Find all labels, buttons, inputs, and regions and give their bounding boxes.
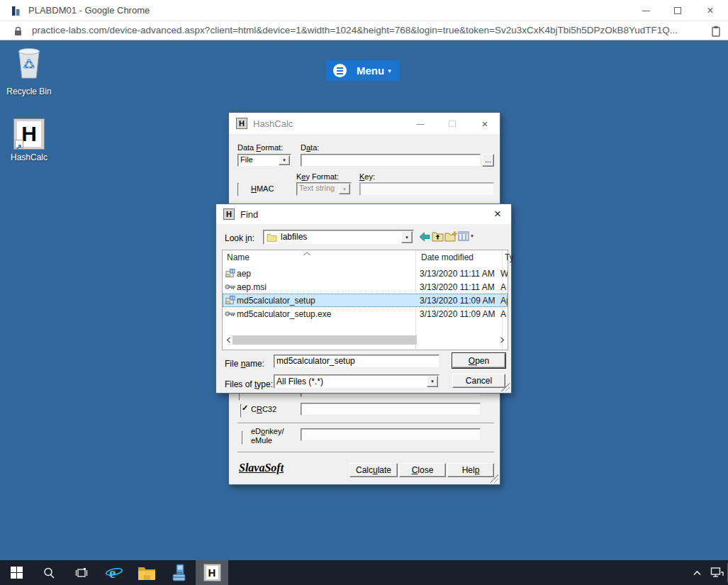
find-dialog: H Find × Look in: labfiles ▼	[215, 204, 512, 394]
resize-grip[interactable]	[490, 474, 498, 483]
close-button[interactable]: Close	[399, 463, 446, 477]
hmac-checkbox[interactable]: ✓	[237, 183, 239, 196]
file-type: A	[500, 282, 508, 292]
key-input[interactable]	[359, 182, 494, 196]
hashcalc-shortcut-label: HashCalc	[6, 152, 52, 162]
horizontal-scrollbar[interactable]	[224, 335, 506, 345]
system-tray	[693, 560, 724, 585]
application-file-icon	[223, 282, 237, 292]
find-window-title: Find	[240, 209, 258, 220]
svg-text:e: e	[109, 564, 116, 581]
browser-close-button[interactable]: ×	[698, 0, 722, 21]
clipboard-icon[interactable]	[711, 26, 721, 37]
start-button[interactable]	[0, 560, 33, 585]
dropdown-arrow-icon[interactable]: ▼	[427, 376, 438, 387]
show-hidden-icons-chevron[interactable]	[693, 569, 702, 576]
application-file-icon	[223, 308, 237, 319]
file-list: Name Date modified Ty aep 3/13/2020 11:1…	[222, 250, 508, 350]
remote-desktop: Recycle Bin H HashCalc Menu ▾ H HashCalc…	[0, 40, 728, 560]
browser-url-bar[interactable]: practice-labs.com/device-advanced.aspx?c…	[0, 21, 728, 40]
data-input[interactable]	[301, 154, 481, 167]
column-header-date[interactable]: Date modified	[421, 250, 474, 265]
minimize-icon: —	[417, 119, 425, 128]
find-titlebar[interactable]: H Find ×	[216, 204, 511, 224]
hashcalc-minimize-button[interactable]: —	[410, 113, 431, 134]
column-header-name[interactable]: Name	[227, 250, 250, 265]
column-header-type[interactable]: Ty	[505, 250, 514, 265]
recycle-bin-desktop-icon[interactable]: Recycle Bin	[6, 45, 52, 96]
up-one-level-icon[interactable]	[432, 230, 444, 242]
file-explorer-button[interactable]	[130, 560, 163, 585]
view-menu-caret-icon[interactable]: ▼	[470, 234, 474, 238]
scroll-left-icon[interactable]	[224, 335, 233, 345]
file-name-input[interactable]: md5calculator_setup	[274, 355, 439, 368]
internet-explorer-icon: e	[105, 564, 123, 582]
file-explorer-icon	[138, 565, 156, 581]
back-arrow-icon[interactable]	[419, 232, 430, 242]
file-date: 3/13/2020 11:09 AM	[414, 296, 500, 306]
files-of-type-select[interactable]: All Files (*.*) ▼	[274, 374, 439, 389]
browser-maximize-button[interactable]	[666, 0, 690, 21]
installer-file-icon	[223, 295, 237, 306]
view-menu-icon[interactable]	[458, 231, 469, 241]
file-type: W	[500, 269, 508, 279]
crc32-checkbox[interactable]: ✓	[240, 404, 242, 418]
data-format-select[interactable]: File ▼	[237, 154, 291, 167]
check-icon: ✓	[242, 403, 248, 413]
sort-ascending-icon	[302, 251, 312, 257]
find-window-icon: H	[223, 208, 235, 220]
calculate-button[interactable]: Calculate	[349, 463, 398, 477]
resize-grip[interactable]	[501, 383, 510, 391]
dropdown-arrow-icon: ▼	[339, 184, 350, 194]
cancel-button[interactable]: Cancel	[452, 374, 505, 388]
data-label: Data:	[301, 143, 319, 152]
file-row-selected[interactable]: md5calculator_setup 3/13/2020 11:09 AM A…	[223, 294, 508, 307]
search-icon	[43, 567, 55, 579]
hamburger-icon	[333, 64, 347, 77]
taskbar-hashcalc-button[interactable]: H	[196, 560, 228, 585]
search-button[interactable]	[33, 560, 65, 585]
task-view-button[interactable]	[65, 560, 98, 585]
internet-explorer-button[interactable]: e	[98, 560, 130, 585]
crc32-output[interactable]	[301, 403, 481, 416]
hashcalc-titlebar[interactable]: H HashCalc — ×	[229, 113, 500, 134]
shortcut-arrow-icon	[15, 140, 23, 148]
scrollbar-thumb[interactable]	[233, 335, 417, 345]
file-name-label: File name:	[225, 359, 264, 369]
look-in-select[interactable]: labfiles ▼	[263, 230, 414, 245]
file-row[interactable]: aep 3/13/2020 11:11 AM W	[223, 267, 508, 280]
hashcalc-close-button[interactable]: ×	[474, 113, 495, 134]
maximize-icon	[674, 7, 681, 14]
crc32-label: CRC32	[251, 405, 276, 413]
new-folder-icon[interactable]	[444, 230, 458, 242]
data-format-label: Data Format:	[237, 143, 283, 152]
hmac-label: HMAC	[251, 184, 274, 193]
pc-tools-button[interactable]	[163, 560, 196, 585]
file-type: Ap	[500, 296, 508, 306]
dropdown-arrow-icon[interactable]: ▼	[279, 155, 290, 165]
hashcalc-desktop-icon[interactable]: H HashCalc	[6, 118, 52, 162]
hashcalc-taskbar-icon: H	[203, 564, 221, 581]
browser-titlebar: PLABDM01 - Google Chrome ×	[0, 0, 728, 21]
browse-button[interactable]: ...	[482, 154, 494, 167]
hashcalc-maximize-button[interactable]	[442, 113, 463, 134]
key-label: Key:	[359, 172, 375, 181]
file-name: aep.msi	[237, 282, 414, 292]
slavasoft-logo: SlavaSoft	[239, 462, 284, 474]
edonkey-output[interactable]	[301, 428, 481, 441]
help-button[interactable]: Help	[447, 463, 494, 477]
separator	[237, 423, 494, 424]
edonkey-checkbox[interactable]: ✓	[242, 431, 243, 445]
key-format-select[interactable]: Text string ▼	[296, 182, 352, 196]
network-icon[interactable]	[710, 567, 724, 579]
dropdown-arrow-icon[interactable]: ▼	[401, 231, 413, 243]
file-row[interactable]: md5calculator_setup.exe 3/13/2020 11:09 …	[223, 307, 508, 321]
open-button[interactable]: Open	[452, 353, 505, 368]
file-type: A	[500, 309, 508, 319]
url-text[interactable]: practice-labs.com/device-advanced.aspx?c…	[32, 21, 678, 40]
find-close-button[interactable]: ×	[487, 204, 508, 224]
browser-minimize-button[interactable]	[634, 0, 658, 21]
menu-button[interactable]: Menu ▾	[326, 60, 400, 81]
scroll-right-icon[interactable]	[498, 335, 506, 345]
file-row[interactable]: aep.msi 3/13/2020 11:11 AM A	[223, 280, 508, 294]
